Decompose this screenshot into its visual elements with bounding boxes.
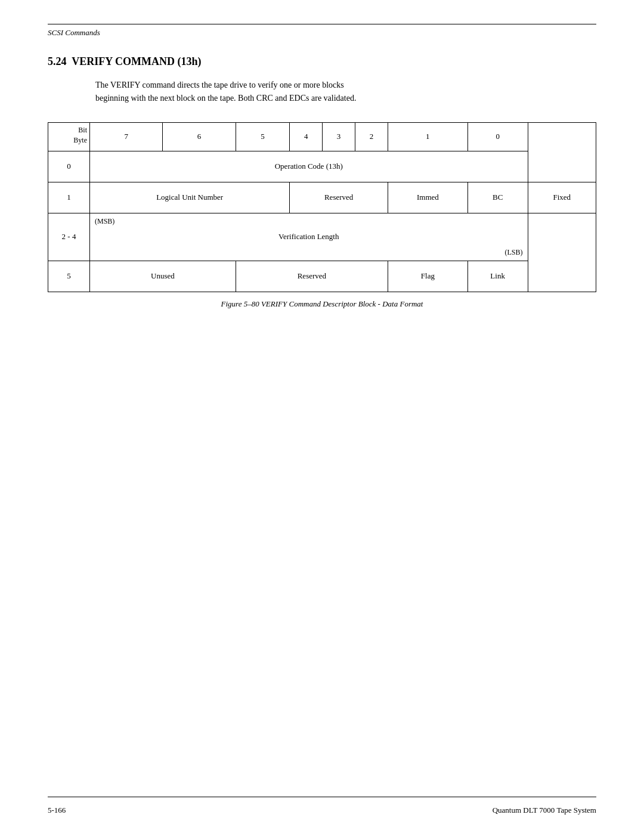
col-1: 1 bbox=[388, 122, 468, 151]
document-title: Quantum DLT 7000 Tape System bbox=[493, 806, 596, 815]
reserved-cell-1: Reserved bbox=[290, 182, 388, 213]
col-2: 2 bbox=[355, 122, 388, 151]
section-title: 5.24 VERIFY COMMAND (13h) bbox=[48, 55, 596, 68]
header-section: SCSI Commands bbox=[48, 24, 596, 38]
flag-cell: Flag bbox=[388, 261, 468, 292]
lsb-label: (LSB) bbox=[505, 248, 523, 257]
immed-cell: Immed bbox=[388, 182, 468, 213]
byte-0-label: 0 bbox=[48, 151, 90, 182]
col-0: 0 bbox=[467, 122, 528, 151]
link-cell: Link bbox=[467, 261, 528, 292]
byte-2-4-label: 2 - 4 bbox=[48, 213, 90, 261]
page-container: SCSI Commands 5.24 VERIFY COMMAND (13h) … bbox=[0, 0, 644, 833]
table-header-row: BitByte 7 6 5 4 3 2 1 0 bbox=[48, 122, 596, 151]
byte-5-label: 5 bbox=[48, 261, 90, 292]
col-7: 7 bbox=[90, 122, 163, 151]
operation-code-cell: Operation Code (13h) bbox=[90, 151, 528, 182]
command-table: BitByte 7 6 5 4 3 2 1 0 0 Operation Code… bbox=[48, 122, 596, 292]
col-5: 5 bbox=[236, 122, 290, 151]
figure-caption: Figure 5–80 VERIFY Command Descriptor Bl… bbox=[48, 299, 596, 309]
fixed-cell: Fixed bbox=[528, 182, 596, 213]
table-row-5: 5 Unused Reserved Flag Link bbox=[48, 261, 596, 292]
logical-unit-number-cell: Logical Unit Number bbox=[90, 182, 290, 213]
bit-byte-header: BitByte bbox=[48, 122, 90, 151]
table-row-1: 1 Logical Unit Number Reserved Immed BC … bbox=[48, 182, 596, 213]
col-6: 6 bbox=[163, 122, 236, 151]
table-row-2-4: 2 - 4 (MSB) Verification Length (LSB) bbox=[48, 213, 596, 261]
col-3: 3 bbox=[323, 122, 355, 151]
verification-length-cell: (MSB) Verification Length (LSB) bbox=[90, 213, 528, 261]
footer-content: 5-166 Quantum DLT 7000 Tape System bbox=[48, 806, 596, 815]
bc-cell: BC bbox=[467, 182, 528, 213]
table-row-0: 0 Operation Code (13h) bbox=[48, 151, 596, 182]
footer-line bbox=[48, 797, 596, 797]
section-description: The VERIFY command directs the tape driv… bbox=[95, 79, 596, 106]
header-text: SCSI Commands bbox=[48, 28, 100, 37]
msb-label: (MSB) bbox=[95, 217, 114, 226]
verification-length-text: Verification Length bbox=[278, 232, 339, 241]
unused-cell: Unused bbox=[90, 261, 236, 292]
byte-1-label: 1 bbox=[48, 182, 90, 213]
page-number: 5-166 bbox=[48, 806, 66, 815]
reserved-cell-5: Reserved bbox=[236, 261, 388, 292]
col-4: 4 bbox=[290, 122, 323, 151]
